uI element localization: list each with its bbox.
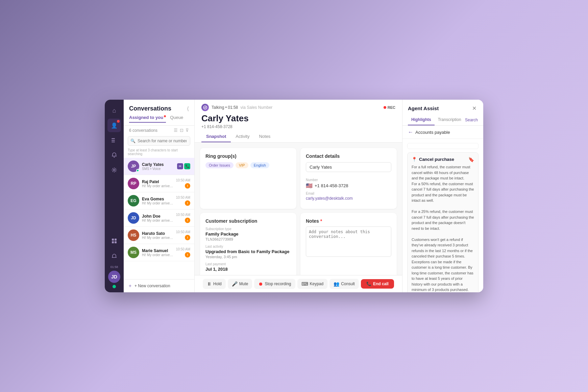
hold-label: Hold xyxy=(213,281,222,286)
tag-vip: VIP xyxy=(236,162,248,168)
nav-agent[interactable]: 👤 xyxy=(107,119,121,132)
list-view-icon[interactable]: ☰ xyxy=(174,128,178,133)
nav-avatar[interactable]: JD xyxy=(108,271,120,283)
aa-tab-transcription[interactable]: Transcription xyxy=(435,115,465,125)
email-label: Email xyxy=(306,192,391,195)
conv-badge-eva: ! xyxy=(185,200,190,206)
stop-recording-label: Stop recording xyxy=(265,281,291,286)
card-view-icon[interactable]: ⊡ xyxy=(180,128,183,133)
conv-item-raj[interactable]: RP Raj Patel Hi! My order arrived yester… xyxy=(124,175,194,192)
app-window: ⌂ 👤 01:58 JD xyxy=(105,100,483,292)
conv-collapse-icon[interactable]: ⟨ xyxy=(187,105,189,112)
conv-item-marie[interactable]: MS Marie Samuel Hi! My order arrived yes… xyxy=(124,244,194,261)
call-bar: ⏸ Hold 🎤 Mute ⏺ Stop recording ⌨ Keypad … xyxy=(195,275,402,292)
mute-label: Mute xyxy=(239,281,248,286)
stop-recording-button[interactable]: ⏺ Stop recording xyxy=(254,279,295,289)
agent-assist-panel: Agent Assist ✕ Highlights Transcription … xyxy=(402,100,483,292)
conv-name-john: John Doe xyxy=(142,214,173,219)
tab-queue[interactable]: Queue xyxy=(170,115,183,123)
tab-assigned[interactable]: Assigned to you xyxy=(129,115,166,123)
ring-groups-tags: Order Issues VIP English xyxy=(205,162,291,168)
detail-tabs: Snapshot Activity Notes xyxy=(201,132,395,142)
nav-grid[interactable] xyxy=(107,234,121,248)
conv-meta-raj: 10:50 AM ! xyxy=(176,178,190,189)
avatar-raj: RP xyxy=(128,178,139,189)
nav-notification[interactable] xyxy=(107,250,121,263)
aa-tab-highlights[interactable]: Highlights xyxy=(408,115,435,125)
keypad-label: Keypad xyxy=(310,281,324,286)
conv-name-eva: Eva Gomes xyxy=(142,197,173,201)
tab-snapshot[interactable]: Snapshot xyxy=(201,132,231,142)
nav-settings[interactable] xyxy=(107,163,121,177)
last-payment-label: Last payment xyxy=(205,262,291,266)
conv-sub-john: Hi! My order arrived yesterd... xyxy=(142,219,173,222)
conv-item-haruto[interactable]: HS Haruto Sato Hi! My order arrived yest… xyxy=(124,227,194,244)
aa-close-button[interactable]: ✕ xyxy=(470,104,478,112)
conv-badge-haruto: ! xyxy=(185,235,190,240)
consult-icon: 👥 xyxy=(334,281,339,287)
conv-meta-carly: ✉ 📞 xyxy=(177,163,190,169)
mute-button[interactable]: 🎤 Mute xyxy=(228,279,252,289)
aa-article-title: Cancel purchase xyxy=(419,157,454,162)
bookmark-icon[interactable]: 🔖 xyxy=(468,157,474,162)
location-icon: 📍 xyxy=(412,157,417,162)
nav-bell[interactable] xyxy=(107,148,121,162)
notes-required-star: * xyxy=(320,218,322,224)
nav-home[interactable]: ⌂ xyxy=(107,104,121,117)
conv-info-eva: Eva Gomes Hi! My order arrived yesterd..… xyxy=(142,197,173,205)
conv-name-marie: Marie Samuel xyxy=(142,248,173,253)
notes-textarea[interactable] xyxy=(306,226,391,257)
hold-icon: ⏸ xyxy=(207,281,212,287)
conv-info-haruto: Haruto Sato Hi! My order arrived yesterd… xyxy=(142,231,173,240)
tab-notes[interactable]: Notes xyxy=(254,132,275,142)
contact-name: Carly Yates xyxy=(201,113,395,124)
notes-card: Notes * xyxy=(300,213,397,275)
new-conversation-button[interactable]: ＋ + New conversation xyxy=(124,279,194,292)
number-label: Number xyxy=(306,178,391,182)
conv-item-eva[interactable]: EG Eva Gomes Hi! My order arrived yester… xyxy=(124,192,194,210)
nav-timer: 01:58 xyxy=(111,265,118,269)
ring-groups-title: Ring group(s) xyxy=(205,153,291,159)
avatar-carly: JP xyxy=(128,161,139,172)
status-dot xyxy=(113,285,116,288)
contact-select-wrapper: Carly Yates xyxy=(306,162,391,175)
contact-select[interactable]: Carly Yates xyxy=(306,162,391,172)
conv-icons-carly: ✉ 📞 xyxy=(177,163,190,169)
search-input[interactable] xyxy=(128,136,190,146)
mute-icon: 🎤 xyxy=(232,281,238,287)
consult-label: Consult xyxy=(341,281,355,286)
nav-list[interactable] xyxy=(107,133,121,147)
rec-text: REC xyxy=(388,105,395,109)
conv-name-haruto: Haruto Sato xyxy=(142,231,173,236)
conv-item-john[interactable]: JD John Doe Hi! My order arrived yesterd… xyxy=(124,210,194,227)
filter-icon[interactable]: ⊽ xyxy=(186,128,189,133)
plus-icon: ＋ xyxy=(128,283,132,289)
conv-count-row: 6 conversations ☰ ⊡ ⊽ xyxy=(124,126,194,135)
conversations-panel: Conversations ⟨ Assigned to you Queue 6 … xyxy=(124,100,195,292)
aa-back-button[interactable]: ← xyxy=(408,129,413,135)
subscription-title: Customer subscription xyxy=(205,218,291,224)
aa-article-body: For a full refund, the customer must can… xyxy=(412,164,474,292)
end-call-button[interactable]: 📞 End call xyxy=(361,279,394,289)
rec-dot xyxy=(384,106,386,109)
keypad-button[interactable]: ⌨ Keypad xyxy=(297,279,328,289)
contact-details-title: Contact details xyxy=(306,153,391,159)
conv-item-carly[interactable]: JP Carly Yates SMS • Voice ✉ 📞 xyxy=(124,158,194,175)
svg-rect-0 xyxy=(112,138,115,139)
consult-button[interactable]: 👥 Consult xyxy=(329,279,359,289)
call-status-icon xyxy=(201,104,209,111)
conv-info-raj: Raj Patel Hi! My order arrived yesterd..… xyxy=(142,179,173,188)
end-call-label: End call xyxy=(373,281,389,286)
hold-button[interactable]: ⏸ Hold xyxy=(203,279,226,289)
conv-header: Conversations ⟨ xyxy=(124,100,194,115)
conv-badge-raj: ! xyxy=(185,183,190,189)
conv-sub-marie: Hi! My order arrived yesterd... xyxy=(142,253,173,257)
sub-id: TLN3662773989 xyxy=(205,237,291,241)
aa-breadcrumb: ← Accounts payable xyxy=(402,126,483,139)
conv-sub-raj: Hi! My order arrived yesterd... xyxy=(142,184,173,188)
aa-search-button[interactable]: Search xyxy=(465,116,478,125)
tab-activity[interactable]: Activity xyxy=(231,132,254,142)
conv-meta-marie: 10:50 AM ! xyxy=(176,247,190,258)
conv-meta-john: 10:50 AM ! xyxy=(176,213,190,223)
notes-title: Notes * xyxy=(306,218,391,224)
